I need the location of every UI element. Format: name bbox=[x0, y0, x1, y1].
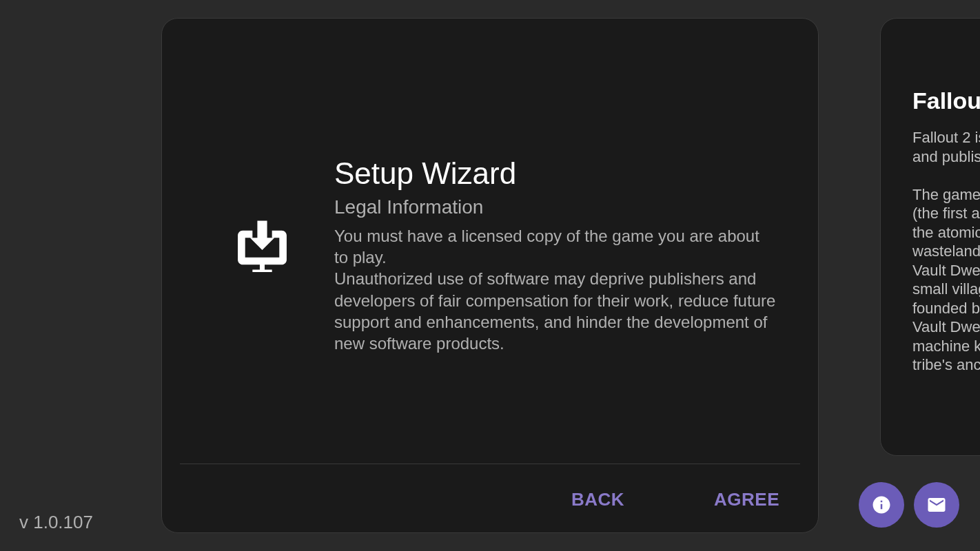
install-icon-wrapper bbox=[203, 218, 320, 277]
wizard-subtitle: Legal Information bbox=[334, 196, 777, 218]
wizard-text: Setup Wizard Legal Information You must … bbox=[320, 156, 777, 354]
wizard-content: Setup Wizard Legal Information You must … bbox=[162, 19, 818, 464]
install-to-desktop-icon bbox=[229, 218, 295, 277]
game-info-card[interactable]: Fallout 2 Fallout 2 is and publish The g… bbox=[880, 18, 980, 456]
setup-wizard-card: Setup Wizard Legal Information You must … bbox=[161, 18, 819, 533]
game-info-body: Fallout 2 is and publish The game's (the… bbox=[912, 128, 980, 375]
wizard-title: Setup Wizard bbox=[334, 156, 777, 191]
back-button[interactable]: BACK bbox=[558, 484, 638, 516]
fab-row bbox=[859, 482, 959, 528]
info-button[interactable] bbox=[859, 482, 904, 528]
game-info-title: Fallout 2 bbox=[912, 87, 980, 114]
wizard-button-row: BACK AGREE bbox=[180, 464, 800, 532]
version-label: v 1.0.107 bbox=[19, 512, 93, 533]
wizard-body-2: Unauthorized use of software may deprive… bbox=[334, 268, 777, 354]
mail-icon bbox=[926, 495, 947, 515]
wizard-body-1: You must have a licensed copy of the gam… bbox=[334, 225, 777, 268]
mail-button[interactable] bbox=[914, 482, 959, 528]
agree-button[interactable]: AGREE bbox=[700, 484, 793, 516]
info-icon bbox=[871, 495, 892, 515]
